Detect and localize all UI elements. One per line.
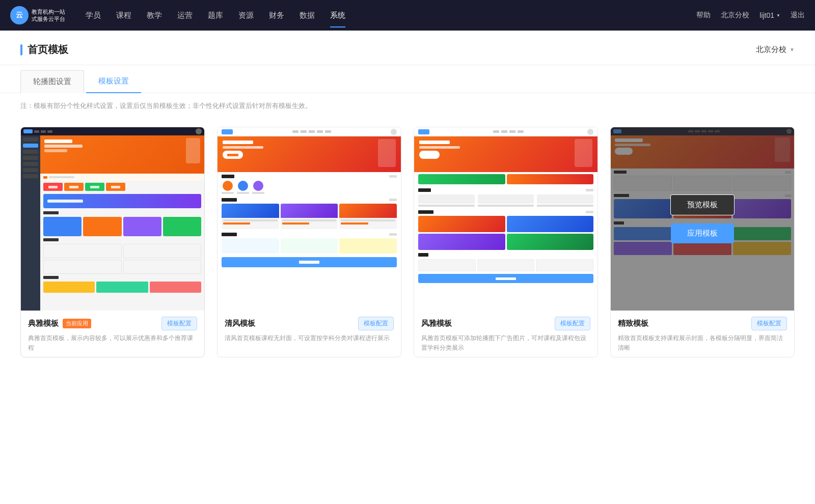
nav-item-data[interactable]: 数据: [300, 9, 315, 22]
mock-qingfeng: [218, 127, 401, 311]
config-btn-jingzhi[interactable]: 模板配置: [751, 317, 787, 330]
nav-help[interactable]: 帮助: [696, 11, 711, 20]
main-content: 首页模板 北京分校 轮播图设置 模板设置 注：模板有部分个性化样式设置，设置后仅…: [0, 31, 815, 504]
school-selector[interactable]: 北京分校: [756, 45, 795, 54]
card-footer-dianyan: 典雅模板 当前应用 模板配置 典雅首页模板，展示内容较多，可以展示优惠券和多个推…: [21, 311, 204, 357]
card-desc-dianyan: 典雅首页模板，展示内容较多，可以展示优惠券和多个推荐课程: [28, 333, 197, 353]
page-header: 首页模板 北京分校: [0, 31, 815, 65]
nav-logout[interactable]: 退出: [791, 11, 805, 20]
nav-school[interactable]: 北京分校: [721, 11, 749, 20]
card-footer-jingzhi: 精致模板 模板配置 精致首页模板支持课程展示封面，各模板分隔明显，界面简洁清晰: [611, 311, 794, 357]
card-footer-fengya: 风雅模板 模板配置 风雅首页模板可添加轮播图下广告图片，可对课程及课程包设置学科…: [414, 311, 597, 357]
config-btn-qingfeng[interactable]: 模板配置: [358, 317, 394, 330]
nav-item-resources[interactable]: 资源: [238, 9, 254, 22]
config-btn-dianyan[interactable]: 模板配置: [161, 317, 197, 330]
tab-template[interactable]: 模板设置: [86, 70, 141, 93]
template-overlay: 预览模板 应用模板: [611, 127, 794, 311]
mock-fengya: [414, 127, 597, 311]
nav-item-operate[interactable]: 运营: [177, 9, 193, 22]
logo-text: 教育机构一站 式服务云平台: [32, 8, 65, 23]
nav-menu: 学员 课程 教学 运营 题库 资源 财务 数据 系统: [86, 9, 696, 22]
apply-template-btn[interactable]: 应用模板: [671, 223, 734, 243]
card-title-row: 典雅模板 当前应用 模板配置: [28, 317, 197, 330]
tab-carousel[interactable]: 轮播图设置: [20, 70, 84, 93]
nav-item-course[interactable]: 课程: [116, 9, 131, 22]
page-title-bar: [20, 44, 22, 55]
config-btn-fengya[interactable]: 模板配置: [555, 317, 590, 330]
template-card-jingzhi: 预览模板 应用模板 精致模板 模板配置 精致首页模板支持课程展示封面，各模板分隔…: [610, 127, 795, 357]
card-title-qingfeng: 清风模板: [225, 319, 255, 328]
card-title-group-qingfeng: 清风模板: [225, 319, 255, 328]
card-title-row-jingzhi: 精致模板 模板配置: [618, 317, 787, 330]
template-preview-jingzhi[interactable]: 预览模板 应用模板: [611, 127, 794, 311]
template-card-qingfeng: 清风模板 模板配置 清风首页模板课程无封面，可设置按学科分类对课程进行展示: [217, 127, 401, 357]
template-preview-dianyan[interactable]: [21, 127, 204, 311]
badge-current: 当前应用: [63, 319, 91, 328]
template-preview-qingfeng[interactable]: [218, 127, 401, 311]
card-title-group: 典雅模板 当前应用: [28, 319, 91, 328]
card-desc-jingzhi: 精致首页模板支持课程展示封面，各模板分隔明显，界面简洁清晰: [618, 333, 787, 353]
template-card-dianyan: 典雅模板 当前应用 模板配置 典雅首页模板，展示内容较多，可以展示优惠券和多个推…: [20, 127, 205, 357]
card-title-dianyan: 典雅模板: [28, 319, 59, 328]
nav-logo: 云 教育机构一站 式服务云平台: [10, 6, 65, 24]
page-title-wrap: 首页模板: [20, 43, 68, 57]
nav-item-student[interactable]: 学员: [86, 9, 101, 22]
template-card-fengya: 风雅模板 模板配置 风雅首页模板可添加轮播图下广告图片，可对课程及课程包设置学科…: [414, 127, 598, 357]
card-title-group-jingzhi: 精致模板: [618, 319, 648, 328]
tabs: 轮播图设置 模板设置: [0, 70, 815, 93]
note-text: 注：模板有部分个性化样式设置，设置后仅当前模板生效；非个性化样式设置后针对所有模…: [0, 93, 815, 119]
nav-item-questions[interactable]: 题库: [208, 9, 223, 22]
navbar: 云 教育机构一站 式服务云平台 学员 课程 教学 运营 题库 资源 财务 数据 …: [0, 0, 815, 31]
card-title-row-fengya: 风雅模板 模板配置: [421, 317, 590, 330]
page-title: 首页模板: [28, 43, 68, 57]
nav-item-system[interactable]: 系统: [330, 9, 345, 22]
card-title-row-qingfeng: 清风模板 模板配置: [225, 317, 394, 330]
card-title-group-fengya: 风雅模板: [421, 319, 452, 328]
mock-dianyan: [21, 127, 204, 311]
card-title-jingzhi: 精致模板: [618, 319, 648, 328]
nav-right: 帮助 北京分校 lijt01 退出: [696, 11, 805, 20]
card-desc-qingfeng: 清风首页模板课程无封面，可设置按学科分类对课程进行展示: [225, 333, 394, 343]
nav-item-finance[interactable]: 财务: [269, 9, 284, 22]
template-preview-fengya[interactable]: [414, 127, 597, 311]
logo-icon: 云: [10, 6, 29, 24]
card-footer-qingfeng: 清风模板 模板配置 清风首页模板课程无封面，可设置按学科分类对课程进行展示: [218, 311, 401, 347]
nav-user[interactable]: lijt01: [759, 11, 780, 19]
card-title-fengya: 风雅模板: [421, 319, 452, 328]
nav-item-teach[interactable]: 教学: [147, 9, 162, 22]
template-grid: 典雅模板 当前应用 模板配置 典雅首页模板，展示内容较多，可以展示优惠券和多个推…: [0, 119, 815, 378]
card-desc-fengya: 风雅首页模板可添加轮播图下广告图片，可对课程及课程包设置学科分类展示: [421, 333, 590, 353]
preview-template-btn[interactable]: 预览模板: [670, 194, 735, 215]
